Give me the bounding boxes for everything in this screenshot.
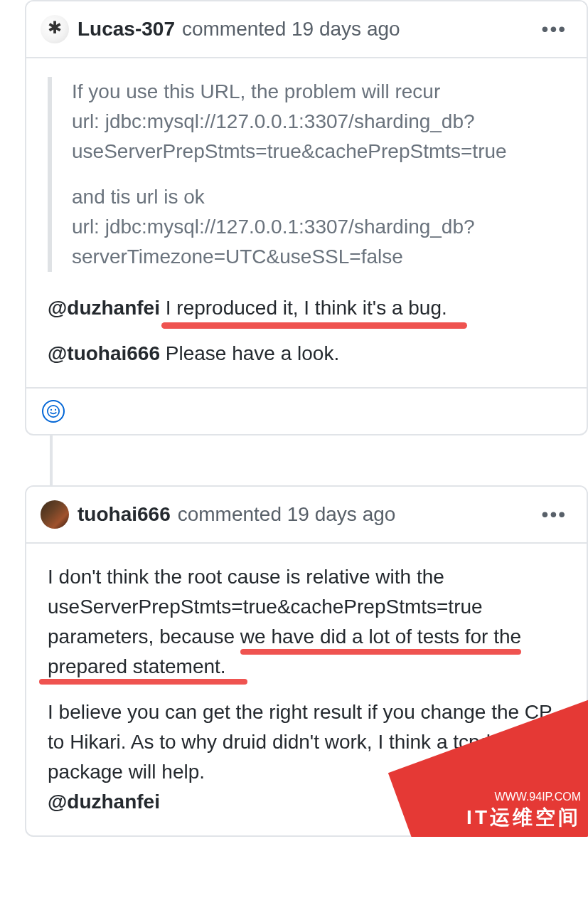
comment-header: Lucas-307 commented 19 days ago ••• bbox=[26, 1, 587, 58]
author-link[interactable]: tuohai666 bbox=[77, 500, 171, 529]
comment-line: @duzhanfei I reproduced it, I think it's… bbox=[48, 293, 565, 323]
comment-footer bbox=[26, 387, 587, 434]
avatar[interactable] bbox=[41, 15, 69, 43]
comment-card: Lucas-307 commented 19 days ago ••• If y… bbox=[25, 0, 588, 435]
svg-point-0 bbox=[48, 406, 59, 417]
timestamp: 19 days ago bbox=[292, 18, 400, 40]
author-link[interactable]: Lucas-307 bbox=[77, 14, 175, 44]
comment-paragraph: I don't think the root cause is relative… bbox=[48, 562, 565, 682]
quote-text: url: jdbc:mysql://127.0.0.1:3307/shardin… bbox=[72, 216, 475, 268]
smiley-icon bbox=[46, 404, 60, 418]
quote-text: url: jdbc:mysql://127.0.0.1:3307/shardin… bbox=[72, 110, 507, 162]
comment-text: I reproduced it, I think it's a bug. bbox=[160, 297, 447, 319]
comment-header: tuohai666 commented 19 days ago ••• bbox=[26, 487, 587, 544]
mention[interactable]: @duzhanfei bbox=[48, 791, 160, 813]
quote-block: If you use this URL, the problem will re… bbox=[48, 77, 565, 272]
comment-line: @tuohai666 Please have a look. bbox=[48, 339, 565, 369]
comment-text: we have did a lot of tests for the bbox=[240, 625, 521, 648]
timestamp: 19 days ago bbox=[287, 503, 396, 525]
watermark-brand: IT运维空间 bbox=[466, 803, 581, 833]
mention[interactable]: @tuohai666 bbox=[48, 342, 160, 364]
annotation-underline bbox=[39, 679, 247, 685]
comment-text: prepared statement. bbox=[48, 655, 226, 677]
annotation-underline bbox=[161, 322, 467, 329]
add-reaction-button[interactable] bbox=[42, 400, 65, 423]
comment-meta: commented 19 days ago bbox=[182, 14, 400, 44]
annotation-underline bbox=[240, 649, 521, 655]
mention[interactable]: @duzhanfei bbox=[48, 297, 160, 319]
meta-prefix: commented bbox=[182, 18, 286, 40]
comment-body: If you use this URL, the problem will re… bbox=[26, 58, 587, 387]
timeline-connector bbox=[50, 435, 53, 485]
svg-point-2 bbox=[55, 409, 56, 411]
avatar[interactable] bbox=[41, 500, 69, 529]
watermark: WWW.94IP.COM IT运维空间 bbox=[424, 759, 588, 837]
svg-point-1 bbox=[50, 409, 52, 411]
more-menu-icon[interactable]: ••• bbox=[536, 497, 572, 532]
quote-text: and tis url is ok bbox=[72, 186, 205, 208]
quote-text: If you use this URL, the problem will re… bbox=[72, 80, 440, 102]
more-menu-icon[interactable]: ••• bbox=[536, 11, 572, 47]
comment-meta: commented 19 days ago bbox=[178, 500, 396, 529]
meta-prefix: commented bbox=[178, 503, 282, 525]
comment-text: Please have a look. bbox=[160, 342, 339, 364]
